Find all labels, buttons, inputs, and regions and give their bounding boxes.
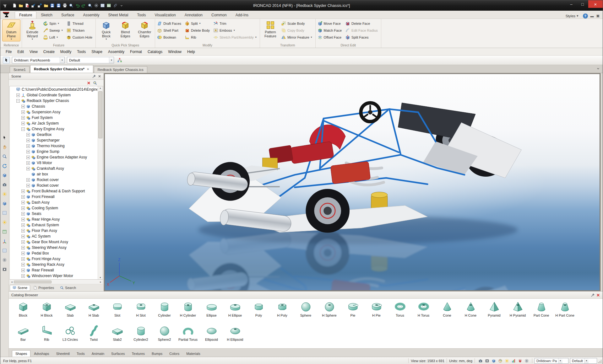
status-style-combo[interactable]: Default ▼ (570, 358, 597, 364)
catalog-tab-materials[interactable]: Materials (183, 350, 204, 357)
tree-expander-icon[interactable]: + (21, 263, 25, 266)
catalog-item-pyramid[interactable]: Pyramid (482, 299, 506, 324)
blend-edges-button[interactable]: Blend Edges (116, 19, 134, 41)
close-button[interactable]: × (588, 0, 603, 8)
catalog-item-sphere[interactable]: Sphere (294, 299, 318, 324)
doc-tab-redback-spyder-chassis-ics[interactable]: Redback Spyder Chassis.ics (94, 66, 147, 73)
tree-expander-icon[interactable]: + (26, 156, 30, 159)
stretch-part-assembly-button[interactable]: Stretch Part/Assembly▾ (213, 34, 258, 40)
doc-tab-scene1[interactable]: Scene1 (10, 66, 30, 73)
import-button[interactable] (30, 3, 36, 8)
tree-item-fuel-system[interactable]: +Fuel System (10, 115, 97, 120)
catalog-item-h-cone[interactable]: H Cone (459, 299, 482, 324)
pattern-feature-button[interactable]: Pattern Feature (261, 19, 280, 41)
catalog-item-h-block[interactable]: H Block (35, 299, 58, 324)
tree-item-front-firewall[interactable]: +Front Firewall (10, 194, 97, 200)
camera-icon[interactable] (477, 358, 483, 364)
thicken-button[interactable]: Thicken (66, 27, 95, 34)
catalog-item-pie[interactable]: Pie (341, 299, 365, 324)
tree-item-engine-gearbox-adapter-assy[interactable]: +Engine Gearbox Adapter Assy (10, 154, 97, 160)
tree-item-pedal-box[interactable]: +Pedal Box (10, 250, 97, 256)
extrude-wizard-button[interactable]: Extrude Wizard▾ (23, 19, 41, 41)
new-scene-button[interactable] (12, 3, 18, 8)
sun-light-icon[interactable] (504, 358, 510, 364)
panel-tab-scene[interactable]: Scene (10, 285, 30, 291)
tree-item-rear-firewall[interactable]: +Rear Firewall (10, 267, 97, 273)
tree-item-exhaust-system[interactable]: +Exhaust System (10, 222, 97, 228)
zoom-icon[interactable] (1, 153, 8, 160)
catalog-tab-bumps[interactable]: Bumps (148, 350, 166, 357)
catalog-tab-shapes[interactable]: Shapes (12, 350, 30, 357)
catalog-item-h-cylinder[interactable]: H Cylinder (176, 299, 200, 324)
tree-item-gear-box-mount-assy[interactable]: +Gear Box Mount Assy (10, 239, 97, 245)
catalog-item-ellipsoid[interactable]: Ellipsoid (200, 324, 223, 348)
tree-expander-icon[interactable]: + (21, 274, 25, 278)
catalog-item-h-slot[interactable]: H Slot (129, 299, 153, 324)
mirror-feature-button[interactable]: Mirror Feature▾ (280, 34, 314, 40)
zoom-search-button[interactable] (87, 3, 93, 8)
boolean-button[interactable]: Boolean (156, 34, 183, 40)
tree-expander-icon[interactable]: + (26, 161, 30, 165)
qat-customize-button[interactable] (118, 3, 124, 8)
shaded-view-icon[interactable] (1, 200, 8, 207)
clear-filter-icon[interactable] (86, 80, 91, 86)
menu-modify[interactable]: Modify (57, 49, 74, 55)
render-icon[interactable] (1, 191, 8, 197)
close-catalog-icon[interactable] (595, 292, 601, 298)
scale-body-button[interactable]: Scale Body (280, 20, 314, 27)
ribbon-tab-add-ins[interactable]: Add-Ins (231, 11, 253, 19)
fit-scene-icon[interactable] (1, 172, 8, 179)
tree-item-air-box[interactable]: air box (10, 171, 97, 177)
ribbon-tab-assembly[interactable]: Assembly (79, 11, 104, 19)
export-button[interactable] (37, 3, 43, 8)
catalog-item-slot[interactable]: Slot (106, 299, 129, 324)
tree-expander-icon[interactable]: + (26, 144, 30, 148)
catalog-tab-advshaps[interactable]: Advshaps (30, 350, 52, 357)
offset-face-button[interactable]: Offset Face (317, 34, 344, 40)
draft-faces-button[interactable]: Draft Faces (156, 20, 183, 27)
maximize-button[interactable]: □ (577, 0, 588, 8)
catalog-item-partial-torus[interactable]: Partial Torus (176, 324, 200, 348)
menu-format[interactable]: Format (127, 49, 145, 55)
catalog-item-cylinder[interactable]: Cylinder (153, 299, 176, 324)
tree-item-chevy-engine-assy[interactable]: −Chevy Engine Assy (10, 126, 97, 132)
render-style-icon[interactable] (491, 358, 497, 364)
catalog-item-twist[interactable]: Twist (82, 324, 106, 348)
rib-button[interactable]: Rib (184, 34, 212, 40)
custom-hole-button[interactable]: Custom Hole (66, 34, 95, 40)
pan-icon[interactable] (1, 144, 8, 150)
tree-item-c-users-public-documents-data-2014-engineer[interactable]: C:\Users\Public\Documents\data\2014\Engi… (10, 87, 97, 92)
grid-button[interactable] (100, 3, 106, 8)
catalog-item-h-pyramid[interactable]: H Pyramid (506, 299, 530, 324)
edit-face-radius-button[interactable]: Edit Face Radius (345, 27, 380, 34)
close-tab-icon[interactable]: ✕ (87, 67, 89, 71)
app-icon[interactable] (2, 2, 9, 9)
catalog-item-poly[interactable]: Poly (247, 299, 270, 324)
catalog-item-sphere2[interactable]: Sphere2 (153, 324, 176, 348)
ribbon-tab-common[interactable]: Common (207, 11, 231, 19)
section-view-icon[interactable] (1, 228, 8, 235)
menu-catalogs[interactable]: Catalogs (145, 49, 165, 55)
panel-tab-search[interactable]: Search (57, 285, 79, 291)
tree-expander-icon[interactable]: + (21, 269, 25, 272)
move-face-button[interactable]: Move Face (317, 20, 344, 27)
chevron-down-icon[interactable]: ▼ (109, 57, 114, 63)
minimize-ribbon-icon[interactable]: ▬ (590, 14, 594, 18)
menu-shape[interactable]: Shape (89, 49, 105, 55)
tree-expander-icon[interactable]: + (21, 201, 25, 204)
open-folder-button[interactable] (43, 3, 49, 8)
tree-item-engine-sump[interactable]: +Engine Sump (10, 149, 97, 154)
tree-item-dash-assy[interactable]: +Dash Assy (10, 200, 97, 205)
chevron-down-icon[interactable]: ▼ (558, 358, 562, 363)
chamfer-edges-button[interactable]: Chamfer Edges (135, 19, 154, 41)
shell-part-button[interactable]: Shell Part (156, 27, 183, 34)
select-tool-button[interactable] (3, 57, 10, 64)
tree-expander-icon[interactable]: + (21, 206, 25, 210)
doc-tab-redback-spyder-chassis-ics[interactable]: Redback Spyder Chassis.ics*✕ (30, 65, 93, 73)
chart-config-icon[interactable] (510, 358, 516, 364)
tree-expander-icon[interactable]: + (21, 212, 25, 216)
print-button[interactable] (62, 3, 68, 8)
ribbon-tab-feature[interactable]: Feature (15, 11, 36, 19)
thread-button[interactable]: Thread (66, 20, 95, 27)
tree-item-rocket-cover[interactable]: +Rocket cover (10, 177, 97, 183)
